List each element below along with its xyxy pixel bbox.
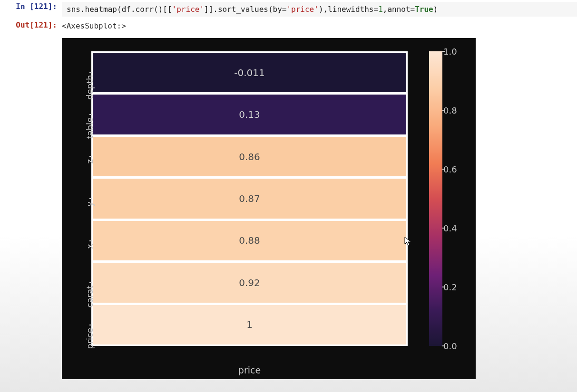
- heatmap-annotation: -0.011: [234, 67, 264, 78]
- code-token: 1: [378, 5, 383, 14]
- y-tick-mark: [89, 114, 92, 115]
- code-token: .: [80, 5, 85, 14]
- colorbar-tick-label: 0.0: [443, 341, 458, 351]
- code-token: (: [268, 5, 273, 14]
- code-token: =: [411, 5, 415, 14]
- heatmap-cell: 0.13: [93, 92, 406, 134]
- code-token: heatmap: [85, 5, 117, 14]
- input-prompt: In [121]:: [0, 2, 62, 11]
- y-tick-label: depth: [85, 72, 95, 100]
- code-token: df: [122, 5, 131, 14]
- code-token: True: [415, 5, 433, 14]
- y-tick-mark: [89, 156, 92, 157]
- colorbar: [429, 51, 442, 346]
- code-token: annot: [387, 5, 410, 14]
- code-token: 'price': [172, 5, 204, 14]
- colorbar-tick-mark: [442, 228, 445, 229]
- input-cell: In [121]: sns.heatmap(df.corr()[['price'…: [0, 0, 577, 19]
- heatmap-cell: -0.011: [93, 53, 406, 92]
- code-token: sort_values: [218, 5, 268, 14]
- colorbar-tick-mark: [442, 110, 445, 111]
- code-input[interactable]: sns.heatmap(df.corr()[['price']].sort_va…: [62, 2, 577, 17]
- y-tick-mark: [89, 198, 92, 199]
- heatmap-cell: 0.87: [93, 176, 406, 218]
- heatmap-axes: -0.0110.130.860.870.880.921: [91, 51, 408, 346]
- colorbar-tick-label: 0.8: [443, 105, 458, 115]
- heatmap-cell: 0.86: [93, 134, 406, 176]
- colorbar-tick-label: 0.2: [443, 282, 458, 292]
- code-token: by: [273, 5, 282, 14]
- colorbar-tick-label: 0.6: [443, 164, 458, 174]
- code-token: ]].: [204, 5, 218, 14]
- y-tick-label: price: [85, 325, 95, 353]
- colorbar-tick-label: 1.0: [443, 47, 458, 57]
- code-token: linewidths: [328, 5, 373, 14]
- output-prompt: Out[121]:: [0, 20, 62, 29]
- code-token: ,: [383, 5, 388, 14]
- heatmap-cell: 1: [93, 303, 406, 344]
- y-tick-label: x: [85, 241, 95, 268]
- code-token: =: [373, 5, 378, 14]
- y-tick-mark: [89, 240, 92, 241]
- output-cell: Out[121]: <AxesSubplot:>: [0, 19, 577, 35]
- code-token: ): [433, 5, 438, 14]
- colorbar-tick-mark: [442, 345, 445, 346]
- heatmap-annotation: 1: [246, 319, 253, 330]
- code-token: (: [117, 5, 122, 14]
- colorbar-tick-mark: [442, 169, 445, 170]
- y-tick-mark: [89, 72, 92, 73]
- heatmap-annotation: 0.87: [239, 193, 260, 204]
- output-repr: <AxesSubplot:>: [62, 20, 126, 33]
- colorbar-tick-mark: [442, 51, 445, 52]
- heatmap-annotation: 0.13: [239, 109, 260, 120]
- heatmap-annotation: 0.86: [239, 151, 260, 163]
- code-token: ()[[: [154, 5, 172, 14]
- heatmap-cell: 0.92: [93, 260, 406, 302]
- code-token: 'price': [286, 5, 318, 14]
- code-token: sns: [67, 5, 80, 14]
- code-token: ),: [319, 5, 328, 14]
- heatmap-plot: -0.0110.130.860.870.880.921 price deptht…: [62, 38, 476, 379]
- y-tick-label: table: [85, 115, 95, 142]
- y-tick-mark: [89, 325, 92, 325]
- colorbar-tick-mark: [442, 287, 445, 287]
- heatmap-cell: 0.88: [93, 219, 406, 260]
- y-tick-label: carat: [85, 283, 95, 310]
- x-axis-label: price: [91, 365, 408, 375]
- code-token: =: [282, 5, 287, 14]
- y-tick-label: y: [85, 199, 95, 226]
- y-tick-label: z: [85, 156, 95, 184]
- code-token: corr: [136, 5, 154, 14]
- plot-output-wrap: -0.0110.130.860.870.880.921 price deptht…: [0, 38, 577, 379]
- y-tick-mark: [89, 282, 92, 283]
- colorbar-tick-label: 0.4: [443, 223, 458, 233]
- heatmap-annotation: 0.88: [239, 235, 260, 246]
- heatmap-annotation: 0.92: [239, 277, 260, 288]
- code-token: .: [131, 5, 136, 14]
